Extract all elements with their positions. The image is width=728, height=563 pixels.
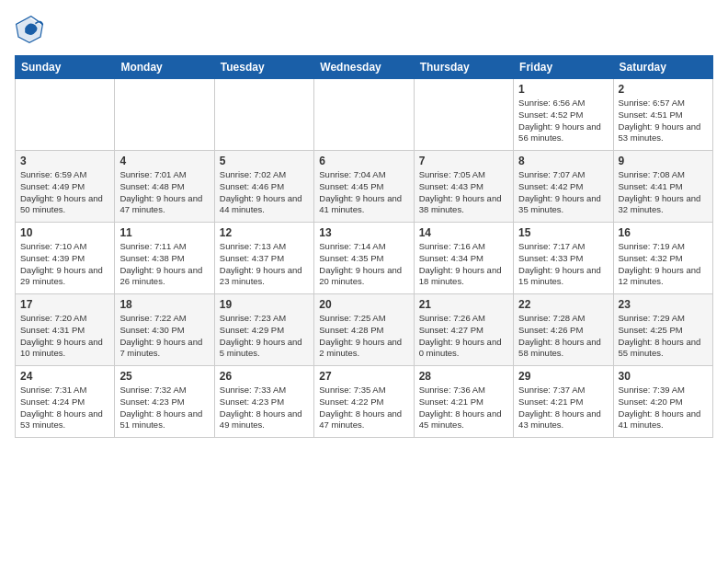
- calendar-cell: 9Sunrise: 7:08 AM Sunset: 4:41 PM Daylig…: [613, 151, 712, 223]
- day-number: 6: [319, 155, 408, 167]
- day-info: Sunrise: 7:22 AM Sunset: 4:30 PM Dayligh…: [119, 313, 209, 360]
- calendar-cell: 6Sunrise: 7:04 AM Sunset: 4:45 PM Daylig…: [314, 151, 414, 223]
- day-info: Sunrise: 6:56 AM Sunset: 4:52 PM Dayligh…: [518, 98, 608, 144]
- day-number: 3: [20, 155, 109, 167]
- day-number: 7: [419, 155, 508, 167]
- page-header: [15, 15, 713, 44]
- weekday-header: Thursday: [414, 56, 513, 79]
- calendar-week-row: 10Sunrise: 7:10 AM Sunset: 4:39 PM Dayli…: [16, 223, 713, 294]
- calendar-header-row: SundayMondayTuesdayWednesdayThursdayFrid…: [16, 56, 713, 79]
- calendar-cell: 16Sunrise: 7:19 AM Sunset: 4:32 PM Dayli…: [613, 223, 712, 294]
- day-info: Sunrise: 7:36 AM Sunset: 4:21 PM Dayligh…: [419, 385, 508, 431]
- day-number: 28: [419, 370, 508, 383]
- calendar-cell: [414, 79, 513, 151]
- weekday-header: Sunday: [16, 56, 115, 79]
- calendar-cell: 2Sunrise: 6:57 AM Sunset: 4:51 PM Daylig…: [613, 79, 712, 151]
- calendar-cell: 11Sunrise: 7:11 AM Sunset: 4:38 PM Dayli…: [115, 223, 214, 294]
- calendar-cell: 7Sunrise: 7:05 AM Sunset: 4:43 PM Daylig…: [414, 151, 513, 223]
- logo-icon: [15, 15, 44, 44]
- page-container: SundayMondayTuesdayWednesdayThursdayFrid…: [0, 0, 728, 445]
- calendar-cell: 15Sunrise: 7:17 AM Sunset: 4:33 PM Dayli…: [514, 223, 613, 294]
- calendar-cell: 25Sunrise: 7:32 AM Sunset: 4:23 PM Dayli…: [115, 366, 214, 438]
- day-number: 19: [220, 298, 309, 311]
- day-number: 18: [119, 298, 209, 311]
- weekday-header: Saturday: [613, 56, 712, 79]
- day-info: Sunrise: 6:57 AM Sunset: 4:51 PM Dayligh…: [619, 98, 708, 144]
- day-info: Sunrise: 7:08 AM Sunset: 4:41 PM Dayligh…: [619, 169, 708, 216]
- calendar-cell: [16, 79, 115, 151]
- day-info: Sunrise: 7:13 AM Sunset: 4:37 PM Dayligh…: [220, 241, 309, 288]
- day-info: Sunrise: 7:14 AM Sunset: 4:35 PM Dayligh…: [319, 241, 408, 288]
- day-info: Sunrise: 7:23 AM Sunset: 4:29 PM Dayligh…: [220, 313, 309, 360]
- calendar-cell: 1Sunrise: 6:56 AM Sunset: 4:52 PM Daylig…: [514, 79, 613, 151]
- day-number: 12: [220, 226, 309, 239]
- day-info: Sunrise: 7:33 AM Sunset: 4:23 PM Dayligh…: [220, 385, 309, 431]
- day-info: Sunrise: 7:17 AM Sunset: 4:33 PM Dayligh…: [518, 241, 608, 288]
- calendar-cell: 5Sunrise: 7:02 AM Sunset: 4:46 PM Daylig…: [214, 151, 313, 223]
- day-number: 5: [220, 155, 309, 167]
- day-number: 16: [619, 226, 708, 239]
- day-info: Sunrise: 7:05 AM Sunset: 4:43 PM Dayligh…: [419, 169, 508, 216]
- calendar-cell: 13Sunrise: 7:14 AM Sunset: 4:35 PM Dayli…: [314, 223, 414, 294]
- day-info: Sunrise: 7:25 AM Sunset: 4:28 PM Dayligh…: [319, 313, 408, 360]
- day-info: Sunrise: 7:10 AM Sunset: 4:39 PM Dayligh…: [20, 241, 109, 288]
- day-number: 27: [319, 370, 408, 383]
- calendar-cell: 29Sunrise: 7:37 AM Sunset: 4:21 PM Dayli…: [514, 366, 613, 438]
- calendar-cell: 28Sunrise: 7:36 AM Sunset: 4:21 PM Dayli…: [414, 366, 513, 438]
- calendar-cell: 26Sunrise: 7:33 AM Sunset: 4:23 PM Dayli…: [214, 366, 313, 438]
- calendar-cell: 23Sunrise: 7:29 AM Sunset: 4:25 PM Dayli…: [613, 294, 712, 366]
- day-info: Sunrise: 7:04 AM Sunset: 4:45 PM Dayligh…: [319, 169, 408, 216]
- calendar-cell: 14Sunrise: 7:16 AM Sunset: 4:34 PM Dayli…: [414, 223, 513, 294]
- day-info: Sunrise: 7:02 AM Sunset: 4:46 PM Dayligh…: [220, 169, 309, 216]
- day-info: Sunrise: 7:39 AM Sunset: 4:20 PM Dayligh…: [619, 385, 708, 431]
- day-number: 21: [419, 298, 508, 311]
- calendar-cell: 30Sunrise: 7:39 AM Sunset: 4:20 PM Dayli…: [613, 366, 712, 438]
- day-number: 10: [20, 226, 109, 239]
- day-info: Sunrise: 7:11 AM Sunset: 4:38 PM Dayligh…: [119, 241, 209, 288]
- calendar-cell: 3Sunrise: 6:59 AM Sunset: 4:49 PM Daylig…: [16, 151, 115, 223]
- calendar-table: SundayMondayTuesdayWednesdayThursdayFrid…: [15, 55, 713, 438]
- day-number: 17: [20, 298, 109, 311]
- day-info: Sunrise: 7:35 AM Sunset: 4:22 PM Dayligh…: [319, 385, 408, 431]
- day-number: 4: [119, 155, 209, 167]
- weekday-header: Wednesday: [314, 56, 414, 79]
- weekday-header: Tuesday: [214, 56, 313, 79]
- calendar-cell: 27Sunrise: 7:35 AM Sunset: 4:22 PM Dayli…: [314, 366, 414, 438]
- day-number: 29: [518, 370, 608, 383]
- calendar-cell: [214, 79, 313, 151]
- day-number: 24: [20, 370, 109, 383]
- day-info: Sunrise: 7:32 AM Sunset: 4:23 PM Dayligh…: [119, 385, 209, 431]
- calendar-cell: 24Sunrise: 7:31 AM Sunset: 4:24 PM Dayli…: [16, 366, 115, 438]
- calendar-week-row: 17Sunrise: 7:20 AM Sunset: 4:31 PM Dayli…: [16, 294, 713, 366]
- calendar-cell: 20Sunrise: 7:25 AM Sunset: 4:28 PM Dayli…: [314, 294, 414, 366]
- day-info: Sunrise: 7:01 AM Sunset: 4:48 PM Dayligh…: [119, 169, 209, 216]
- day-number: 20: [319, 298, 408, 311]
- day-info: Sunrise: 7:07 AM Sunset: 4:42 PM Dayligh…: [518, 169, 608, 216]
- calendar-cell: 8Sunrise: 7:07 AM Sunset: 4:42 PM Daylig…: [514, 151, 613, 223]
- day-number: 30: [619, 370, 708, 383]
- calendar-cell: 12Sunrise: 7:13 AM Sunset: 4:37 PM Dayli…: [214, 223, 313, 294]
- day-number: 23: [619, 298, 708, 311]
- day-number: 25: [119, 370, 209, 383]
- day-info: Sunrise: 6:59 AM Sunset: 4:49 PM Dayligh…: [20, 169, 109, 216]
- day-info: Sunrise: 7:16 AM Sunset: 4:34 PM Dayligh…: [419, 241, 508, 288]
- calendar-cell: 19Sunrise: 7:23 AM Sunset: 4:29 PM Dayli…: [214, 294, 313, 366]
- weekday-header: Friday: [514, 56, 613, 79]
- day-number: 2: [619, 83, 708, 96]
- calendar-cell: 21Sunrise: 7:26 AM Sunset: 4:27 PM Dayli…: [414, 294, 513, 366]
- day-number: 13: [319, 226, 408, 239]
- calendar-week-row: 1Sunrise: 6:56 AM Sunset: 4:52 PM Daylig…: [16, 79, 713, 151]
- day-number: 11: [119, 226, 209, 239]
- calendar-week-row: 3Sunrise: 6:59 AM Sunset: 4:49 PM Daylig…: [16, 151, 713, 223]
- calendar-cell: 10Sunrise: 7:10 AM Sunset: 4:39 PM Dayli…: [16, 223, 115, 294]
- day-number: 8: [518, 155, 608, 167]
- calendar-cell: 4Sunrise: 7:01 AM Sunset: 4:48 PM Daylig…: [115, 151, 214, 223]
- day-info: Sunrise: 7:37 AM Sunset: 4:21 PM Dayligh…: [518, 385, 608, 431]
- calendar-cell: 18Sunrise: 7:22 AM Sunset: 4:30 PM Dayli…: [115, 294, 214, 366]
- day-number: 9: [619, 155, 708, 167]
- day-number: 1: [518, 83, 608, 96]
- day-info: Sunrise: 7:19 AM Sunset: 4:32 PM Dayligh…: [619, 241, 708, 288]
- day-number: 15: [518, 226, 608, 239]
- day-info: Sunrise: 7:20 AM Sunset: 4:31 PM Dayligh…: [20, 313, 109, 360]
- day-info: Sunrise: 7:29 AM Sunset: 4:25 PM Dayligh…: [619, 313, 708, 360]
